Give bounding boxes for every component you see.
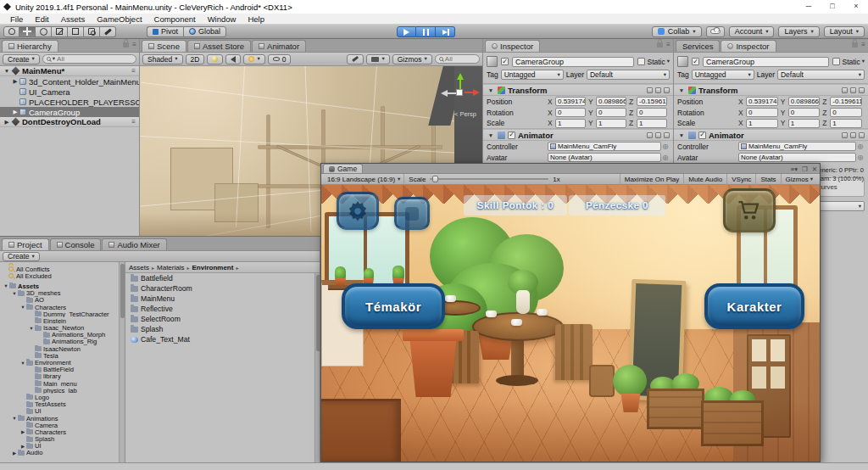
lock-icon[interactable] xyxy=(852,42,858,48)
menu-item[interactable]: Window xyxy=(202,14,242,24)
panel-menu-icon[interactable]: ≡ xyxy=(861,42,865,48)
project-tree-item[interactable]: Dummy_TestCharacter xyxy=(0,311,125,317)
panel-menu-icon[interactable]: ≡ xyxy=(132,42,136,48)
hierarchy-search-input[interactable]: ▾All xyxy=(42,54,136,64)
project-area-tab[interactable]: Audio Mixer xyxy=(102,238,166,250)
project-tree-item[interactable]: BattleField xyxy=(0,366,125,373)
game-toolbar-button[interactable]: Stats xyxy=(755,174,780,185)
info-button[interactable] xyxy=(394,197,430,230)
position-y-field[interactable]: 0.0898664 xyxy=(788,97,821,106)
expand-arrow-icon[interactable]: ▼ xyxy=(19,361,26,366)
hierarchy-item[interactable]: PLACEHOLDER_PLAYERSSCORES xyxy=(0,97,139,107)
account-dropdown[interactable]: Account▾ xyxy=(729,26,775,37)
tab-game[interactable]: Game xyxy=(323,164,363,173)
scene-view-tab[interactable]: Scene xyxy=(142,40,186,52)
project-tree-item[interactable]: IsaacNewton xyxy=(0,345,125,352)
expand-arrow-icon[interactable]: ▼ xyxy=(3,283,9,288)
rotation-x-field[interactable]: 0 xyxy=(555,108,586,117)
position-z-field[interactable]: -0.159611 xyxy=(637,97,667,106)
gear-menu-icon[interactable] xyxy=(664,132,670,138)
pivot-toggle[interactable]: Pivot xyxy=(147,26,183,37)
project-tree-item[interactable]: Tesla xyxy=(0,352,125,359)
gizmos-dropdown[interactable]: Gizmos▾ xyxy=(392,54,432,64)
hierarchy-item[interactable]: ▶ 3d_Content_Holder_MainMenu xyxy=(0,76,139,87)
tag-dropdown[interactable]: Untagged▾ xyxy=(501,70,564,80)
project-tree-item[interactable]: Einstein xyxy=(0,317,125,324)
asset-item[interactable]: MainMenu xyxy=(125,294,320,304)
hierarchy-item[interactable]: ▼ MainMenu* xyxy=(0,66,139,76)
project-tree-item[interactable]: ▶ UI xyxy=(0,443,125,450)
rotate-tool-button[interactable] xyxy=(36,26,52,37)
expand-arrow-icon[interactable]: ▶ xyxy=(19,444,26,449)
perspective-label[interactable]: < Persp xyxy=(454,110,476,118)
custom-tool-button[interactable] xyxy=(100,26,116,37)
transform-tool-button[interactable] xyxy=(84,26,100,37)
favorite-item[interactable]: All Excluded xyxy=(0,272,125,279)
cloud-button[interactable] xyxy=(706,26,725,37)
project-tree-item[interactable]: Logo xyxy=(0,394,125,400)
breadcrumb-item[interactable]: Materials xyxy=(157,264,190,271)
scene-view-tab[interactable]: Animator xyxy=(252,40,306,52)
menu-item[interactable]: Edit xyxy=(29,14,54,24)
settings-button[interactable] xyxy=(337,192,379,230)
game-viewport[interactable]: Skill Pontok : 0 Pénzecske 0 Témakör Kar… xyxy=(321,185,820,462)
scene-view-tab[interactable]: Asset Store xyxy=(187,40,251,52)
gizmo-z-axis[interactable] xyxy=(441,90,448,97)
rotation-y-field[interactable]: 0 xyxy=(596,108,626,117)
shop-button[interactable] xyxy=(723,188,776,232)
gameobject-name-field[interactable]: CameraGroup xyxy=(703,57,829,67)
asset-item[interactable]: Cafe_Text_Mat xyxy=(125,334,320,344)
animator-enabled-checkbox[interactable] xyxy=(508,131,515,139)
help-icon[interactable] xyxy=(655,87,661,93)
controller-field[interactable]: MainMenu_CamFly xyxy=(738,142,856,151)
tab-inspector[interactable]: Inspector xyxy=(485,40,540,52)
transform-component-header[interactable]: ▼Transform xyxy=(483,84,673,96)
gear-menu-icon[interactable] xyxy=(664,87,670,93)
hand-tool-button[interactable] xyxy=(3,26,19,37)
scrollbar-thumb[interactable] xyxy=(120,264,125,318)
effects-dropdown[interactable]: ▾ xyxy=(243,54,264,64)
aspect-ratio-dropdown[interactable]: 16:9 Landscape (16:9)▾ xyxy=(324,174,404,185)
help-icon[interactable] xyxy=(850,87,856,93)
hierarchy-item[interactable]: UI_Camera xyxy=(0,87,139,97)
presets-icon[interactable] xyxy=(842,132,848,138)
layers-dropdown[interactable]: Layers▾ xyxy=(778,26,819,37)
hierarchy-item[interactable]: ▶ CameraGroup xyxy=(0,107,139,117)
asset-item[interactable]: Battlefield xyxy=(125,273,320,283)
2d-toggle[interactable]: 2D xyxy=(186,54,205,64)
position-z-field[interactable]: -0.1596113 xyxy=(830,97,862,106)
tree-scrollbar[interactable] xyxy=(119,262,125,462)
position-x-field[interactable]: 0.5391741 xyxy=(555,97,586,106)
panel-menu-icon[interactable]: ≡ xyxy=(666,42,670,48)
create-button[interactable]: Create▾ xyxy=(3,252,40,261)
global-toggle[interactable]: Global xyxy=(183,26,226,37)
project-tree-item[interactable]: Camera xyxy=(0,422,125,428)
project-tree-item[interactable]: library xyxy=(0,373,125,380)
project-area-tab[interactable]: Console xyxy=(50,238,102,250)
move-tool-button[interactable] xyxy=(19,26,36,37)
animator-component-header[interactable]: ▼Animator xyxy=(483,129,673,141)
active-checkbox[interactable] xyxy=(501,58,509,65)
controller-field[interactable]: MainMenu_CamFly xyxy=(548,142,661,151)
collab-dropdown[interactable]: Collab▾ xyxy=(652,26,702,37)
shading-mode-dropdown[interactable]: Shaded▾ xyxy=(142,54,183,64)
asset-item[interactable]: Reflective xyxy=(125,304,320,314)
object-picker-icon[interactable]: ◎ xyxy=(661,143,670,150)
close-button[interactable]: × xyxy=(844,0,868,14)
expand-arrow-icon[interactable]: ▶ xyxy=(3,119,11,126)
position-x-field[interactable]: 0.5391741 xyxy=(746,97,778,106)
tag-dropdown[interactable]: Untagged▾ xyxy=(692,70,754,80)
tab-inspector[interactable]: Inspector xyxy=(721,40,776,52)
menu-item[interactable]: File xyxy=(4,14,29,24)
layer-dropdown[interactable]: Default▾ xyxy=(777,70,865,80)
active-checkbox[interactable] xyxy=(692,58,699,65)
gizmo-x-axis[interactable] xyxy=(473,89,480,96)
project-tree-item[interactable]: TestAssets xyxy=(0,401,125,408)
rect-tool-button[interactable] xyxy=(68,26,84,37)
gizmos-dropdown[interactable]: Gizmos▾ xyxy=(781,174,817,185)
maximize-icon[interactable]: ❒ xyxy=(802,165,808,173)
scale-z-field[interactable]: 1 xyxy=(637,119,667,128)
project-tree-item[interactable]: ▶ Audio xyxy=(0,450,125,456)
gameobject-name-field[interactable]: CameraGroup xyxy=(512,57,634,67)
project-tree-item[interactable]: ▼ Environment xyxy=(0,359,125,366)
